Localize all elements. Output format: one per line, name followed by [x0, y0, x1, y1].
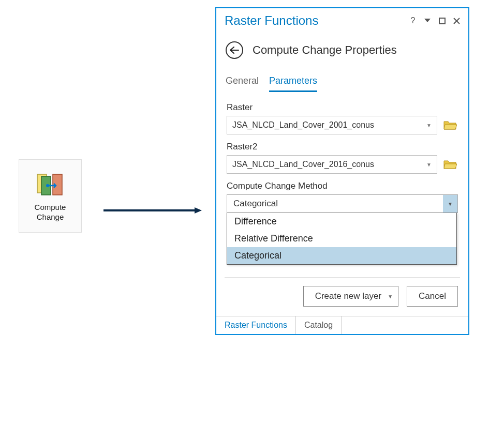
field-method: Compute Change Method Categorical ▼ Diff…	[227, 181, 458, 265]
form-body: Raster JSA_NLCD_Land_Cover_2001_conus ▼ …	[216, 92, 468, 269]
arrow-icon	[103, 207, 202, 211]
bottom-tab-raster-functions[interactable]: Raster Functions	[216, 316, 296, 334]
browse-raster-button[interactable]	[442, 117, 458, 133]
method-option-difference[interactable]: Difference	[227, 213, 456, 230]
raster-input[interactable]: JSA_NLCD_Land_Cover_2001_conus ▼	[227, 116, 437, 134]
panel-header-row: Compute Change Properties	[216, 30, 468, 63]
method-dropdown: Difference Relative Difference Categoric…	[227, 212, 457, 265]
raster-value: JSA_NLCD_Land_Cover_2001_conus	[232, 120, 424, 130]
bottom-tabs: Raster Functions Catalog	[216, 316, 468, 334]
close-icon[interactable]	[452, 16, 461, 25]
method-option-categorical[interactable]: Categorical	[227, 247, 456, 264]
bottom-tab-catalog[interactable]: Catalog	[296, 316, 342, 334]
raster-functions-panel: Raster Functions ? Compute Change Proper…	[215, 7, 469, 335]
panel-title-bar: Raster Functions ?	[216, 8, 468, 30]
dropdown-icon[interactable]	[423, 16, 432, 25]
browse-raster2-button[interactable]	[442, 157, 458, 172]
chevron-down-icon[interactable]: ▼	[443, 195, 457, 212]
compute-change-card[interactable]: ComputeChange	[19, 159, 82, 233]
method-option-relative-difference[interactable]: Relative Difference	[227, 230, 456, 247]
help-icon[interactable]: ?	[408, 16, 418, 25]
tabs: General Parameters	[216, 63, 468, 92]
compute-change-icon	[35, 170, 66, 199]
create-layer-label: Create new layer	[315, 291, 382, 301]
maximize-icon[interactable]	[437, 16, 447, 25]
raster2-input[interactable]: JSA_NLCD_Land_Cover_2016_conus ▼	[227, 155, 437, 174]
back-button[interactable]	[226, 41, 243, 59]
cancel-button[interactable]: Cancel	[407, 286, 458, 307]
svg-marker-6	[424, 19, 431, 22]
field-raster: Raster JSA_NLCD_Land_Cover_2001_conus ▼	[227, 102, 458, 134]
raster-label: Raster	[227, 102, 458, 113]
chevron-down-icon[interactable]: ▼	[424, 123, 434, 128]
svg-marker-5	[195, 207, 202, 214]
compute-change-label: ComputeChange	[35, 203, 66, 222]
raster2-value: JSA_NLCD_Land_Cover_2016_conus	[232, 160, 424, 169]
create-layer-button[interactable]: Create new layer ▼	[303, 286, 398, 307]
svg-rect-7	[439, 18, 445, 24]
method-label: Compute Change Method	[227, 181, 458, 191]
chevron-down-icon[interactable]: ▼	[424, 162, 434, 168]
tab-parameters[interactable]: Parameters	[269, 72, 317, 92]
page-title: Compute Change Properties	[253, 43, 397, 57]
panel-window-controls: ?	[408, 16, 461, 25]
method-select[interactable]: Categorical ▼	[227, 194, 458, 213]
method-value: Categorical	[233, 199, 278, 209]
action-row: Create new layer ▼ Cancel	[216, 278, 468, 316]
raster2-label: Raster2	[227, 142, 458, 152]
field-raster2: Raster2 JSA_NLCD_Land_Cover_2016_conus ▼	[227, 142, 458, 174]
tab-general[interactable]: General	[226, 72, 259, 92]
chevron-down-icon[interactable]: ▼	[388, 294, 393, 299]
panel-title: Raster Functions	[225, 13, 318, 28]
svg-point-3	[46, 184, 49, 187]
